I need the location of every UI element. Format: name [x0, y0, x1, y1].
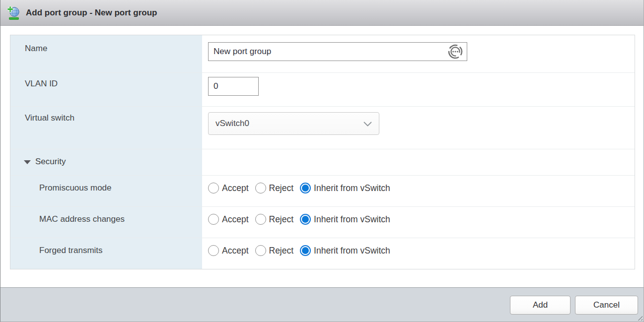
- radio-button[interactable]: [255, 183, 266, 193]
- radio-button[interactable]: [255, 245, 266, 256]
- security-section-label: Security: [35, 157, 66, 167]
- form-row-security-section: Security: [10, 149, 635, 175]
- radio-button[interactable]: [300, 245, 311, 256]
- form-row-name: Name: [10, 35, 635, 72]
- triangle-expanded-icon: [24, 160, 31, 164]
- vlan-id-input[interactable]: [208, 77, 259, 96]
- form-row-forged-transmits: Forged transmits Accept Reject: [10, 238, 635, 269]
- mac-address-changes-radio-group: Accept Reject Inherit from vSwitch: [208, 207, 635, 225]
- radio-button[interactable]: [208, 245, 219, 256]
- radio-option-inherit[interactable]: Inherit from vSwitch: [300, 214, 390, 225]
- radio-option-reject[interactable]: Reject: [255, 245, 294, 256]
- form-row-virtual-switch: Virtual switch vSwitch0: [10, 106, 635, 149]
- radio-option-accept[interactable]: Accept: [208, 245, 249, 256]
- chevron-down-icon: [363, 120, 372, 129]
- add-button[interactable]: Add: [510, 296, 571, 315]
- form-row-vlan-id: VLAN ID: [10, 72, 635, 106]
- dialog-titlebar[interactable]: Add port group - New port group: [0, 0, 644, 26]
- add-port-group-dialog: Add port group - New port group Name: [0, 0, 644, 322]
- security-section-toggle[interactable]: Security: [10, 149, 202, 175]
- promiscuous-mode-radio-group: Accept Reject Inherit from vSwitch: [208, 176, 635, 193]
- radio-button[interactable]: [208, 183, 219, 193]
- vlan-id-label: VLAN ID: [10, 73, 202, 106]
- forged-transmits-label: Forged transmits: [10, 238, 202, 269]
- radio-button[interactable]: [300, 183, 311, 193]
- radio-option-reject[interactable]: Reject: [255, 214, 294, 225]
- radio-option-inherit[interactable]: Inherit from vSwitch: [300, 245, 390, 256]
- name-input[interactable]: [208, 42, 467, 61]
- promiscuous-mode-label: Promiscuous mode: [10, 176, 202, 206]
- radio-button[interactable]: [300, 214, 311, 225]
- dialog-title: Add port group - New port group: [26, 8, 157, 18]
- dialog-footer: Add Cancel: [0, 287, 644, 322]
- port-group-form: Name: [10, 35, 635, 269]
- resize-grip-icon[interactable]: [637, 315, 643, 321]
- radio-option-accept[interactable]: Accept: [208, 183, 249, 193]
- name-label: Name: [10, 35, 202, 72]
- virtual-switch-selected-value: vSwitch0: [215, 119, 363, 129]
- form-row-mac-address-changes: MAC address changes Accept Reject: [10, 206, 635, 238]
- radio-option-inherit[interactable]: Inherit from vSwitch: [300, 183, 390, 193]
- radio-button[interactable]: [208, 214, 219, 225]
- form-row-promiscuous-mode: Promiscuous mode Accept Reject: [10, 175, 635, 206]
- mac-address-changes-label: MAC address changes: [10, 207, 202, 238]
- radio-option-reject[interactable]: Reject: [255, 183, 294, 193]
- dialog-body: Name: [0, 26, 644, 287]
- virtual-switch-label: Virtual switch: [10, 107, 202, 149]
- radio-option-accept[interactable]: Accept: [208, 214, 249, 225]
- virtual-switch-select[interactable]: vSwitch0: [208, 112, 379, 135]
- cancel-button[interactable]: Cancel: [575, 296, 638, 315]
- add-port-group-network-icon: [7, 6, 21, 20]
- radio-button[interactable]: [255, 214, 266, 225]
- forged-transmits-radio-group: Accept Reject Inherit from vSwitch: [208, 238, 635, 256]
- validating-spinner-icon: [447, 43, 464, 60]
